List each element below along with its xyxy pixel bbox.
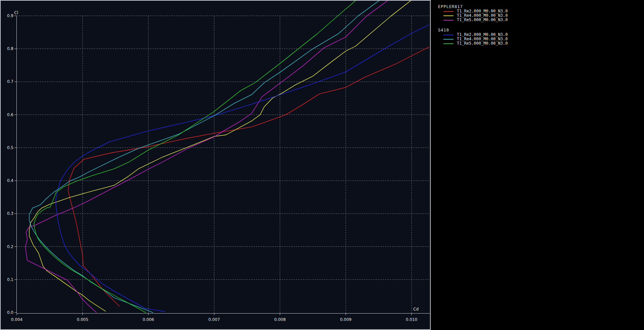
polar-curve-eppler817-t1_re4.000_m0.00_n3.0 [29,0,412,311]
legend-airfoil-name: S410 [431,28,644,33]
x-tick-label: 0.007 [208,317,220,322]
y-tick-label: 0.7 [7,79,13,84]
curve-color-swatch [443,43,453,44]
legend-airfoil-name: EPPLER817 [431,4,644,9]
cl-cd-polar-chart[interactable]: 0.0040.0050.0060.0070.0080.0090.0100.00.… [0,0,431,330]
x-tick-label: 0.005 [77,317,88,322]
x-tick-label: 0.010 [406,317,417,322]
y-tick-label: 0.5 [7,145,13,150]
curve-label: T1_Re5.000_M0.00_N3.0 [457,18,508,22]
legend-group-eppler817: EPPLER817 T1_Re2.000_M0.00_N3.0 T1_Re4.0… [431,0,644,22]
xflr5-polar-view: 0.0040.0050.0060.0070.0080.0090.0100.00.… [0,0,644,330]
x-tick-label: 0.008 [274,317,285,322]
x-tick-label: 0.009 [340,317,352,322]
y-tick-label: 0.2 [7,244,13,249]
curve-color-swatch [443,35,453,35]
curve-color-swatch [443,39,453,40]
y-tick-label: 0.6 [7,112,13,117]
x-tick-label: 0.006 [143,317,154,322]
legend-item: T1_Re5.000_M0.00_N3.0 [431,18,644,22]
y-tick-label: 0.9 [7,13,13,18]
x-axis-title: Cd [413,307,419,312]
x-tick-label: 0.004 [11,317,22,322]
polar-curve-eppler817-t1_re2.000_m0.00_n3.0 [68,47,429,306]
y-tick-label: 0.3 [7,211,13,216]
y-tick-label: 0.8 [7,46,13,51]
legend-panel: EPPLER817 T1_Re2.000_M0.00_N3.0 T1_Re4.0… [431,0,644,330]
polar-plot-panel[interactable]: 0.0040.0050.0060.0070.0080.0090.0100.00.… [0,0,431,330]
y-axis-title: Cl [14,10,18,15]
plot-border [0,0,430,330]
polar-curve-s410-t1_re2.000_m0.00_n3.0 [56,25,429,312]
legend-group-s410: S410 T1_Re2.000_M0.00_N3.0 T1_Re4.000_M0… [431,22,644,46]
curve-color-swatch [443,15,453,16]
curve-label: T1_Re5.000_M0.00_N3.0 [457,41,508,46]
y-tick-label: 0.4 [7,178,13,183]
curve-color-swatch [443,20,453,20]
curve-color-swatch [443,11,453,12]
y-tick-label: 0.0 [7,310,13,315]
y-tick-label: 0.1 [7,277,13,282]
legend-item: T1_Re5.000_M0.00_N3.0 [431,41,644,46]
